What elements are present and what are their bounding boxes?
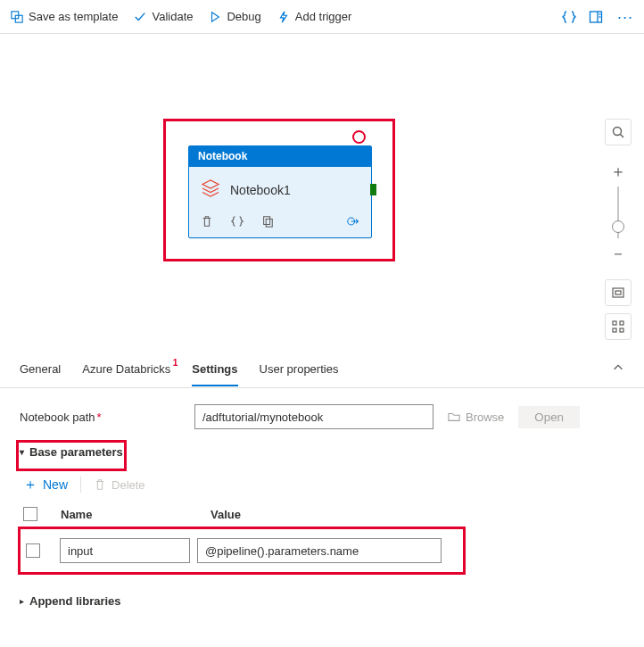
- fit-to-screen-button[interactable]: [605, 279, 632, 306]
- check-icon: [134, 11, 146, 23]
- zoom-in-button[interactable]: ＋: [605, 158, 632, 185]
- toolbar-right-icons: ···: [562, 9, 635, 25]
- notebook-path-input[interactable]: [194, 404, 433, 429]
- zoom-out-button[interactable]: －: [605, 240, 632, 267]
- collapse-triangle-icon: ▾: [20, 447, 24, 457]
- new-parameter-button[interactable]: ＋ New: [23, 477, 68, 492]
- param-name-input[interactable]: [60, 538, 190, 563]
- pipeline-canvas[interactable]: Notebook Notebook1: [0, 34, 644, 351]
- add-trigger-button[interactable]: Add trigger: [276, 6, 354, 27]
- validation-badge: 1: [173, 358, 178, 368]
- settings-panel: Notebook path* Browse Open ▾ Base parame…: [0, 388, 644, 608]
- plus-icon: ＋: [23, 477, 37, 492]
- canvas-zoom-controls: ＋ －: [605, 119, 632, 340]
- play-outline-icon: [209, 11, 221, 23]
- delete-parameter-button[interactable]: Delete: [94, 478, 145, 492]
- parameters-header-row: Name Value: [20, 502, 624, 527]
- svg-rect-6: [264, 217, 270, 225]
- save-as-template-button[interactable]: Save as template: [9, 6, 120, 27]
- svg-rect-7: [266, 219, 272, 227]
- tab-user-properties[interactable]: User properties: [260, 353, 339, 386]
- save-template-icon: [11, 11, 23, 23]
- tab-azure-databricks[interactable]: Azure Databricks 1: [82, 353, 170, 386]
- copy-icon[interactable]: [260, 214, 275, 228]
- save-as-template-label: Save as template: [29, 10, 118, 23]
- parameter-row: [22, 533, 458, 568]
- svg-rect-15: [613, 328, 616, 332]
- debug-button[interactable]: Debug: [207, 6, 262, 27]
- svg-rect-11: [613, 288, 623, 297]
- toolbar: Save as template Validate Debug Add trig…: [0, 0, 644, 34]
- auto-align-button[interactable]: [605, 313, 632, 340]
- search-canvas-button[interactable]: [605, 119, 632, 145]
- browse-button[interactable]: Browse: [448, 411, 504, 424]
- lightning-icon: [277, 11, 290, 23]
- collapse-panel-icon[interactable]: [612, 361, 624, 377]
- svg-rect-14: [620, 321, 623, 325]
- delete-icon[interactable]: [200, 214, 214, 228]
- svg-rect-12: [615, 291, 621, 294]
- activity-node-notebook[interactable]: Notebook Notebook1: [188, 145, 372, 238]
- notebook-path-label: Notebook path*: [20, 411, 180, 424]
- code-braces-icon[interactable]: [562, 10, 576, 24]
- properties-panel-icon[interactable]: [589, 10, 603, 24]
- expand-triangle-icon: ▸: [20, 596, 24, 606]
- col-name-header: Name: [61, 508, 203, 521]
- append-libraries-toggle[interactable]: ▸ Append libraries: [20, 594, 121, 608]
- base-parameters-toggle[interactable]: ▾ Base parameters: [20, 445, 123, 459]
- validate-button[interactable]: Validate: [132, 6, 194, 27]
- annotation-status-circle: [352, 130, 366, 144]
- debug-label: Debug: [227, 10, 260, 23]
- output-arrow-icon[interactable]: [346, 214, 360, 228]
- code-braces-icon[interactable]: [230, 214, 244, 228]
- svg-line-10: [621, 135, 624, 138]
- validate-label: Validate: [152, 10, 193, 23]
- output-handle[interactable]: [370, 184, 376, 195]
- more-icon[interactable]: ···: [615, 9, 635, 25]
- row-checkbox[interactable]: [26, 543, 40, 558]
- add-trigger-label: Add trigger: [295, 10, 352, 23]
- zoom-slider[interactable]: [617, 187, 619, 238]
- col-value-header: Value: [211, 508, 460, 521]
- select-all-checkbox[interactable]: [23, 507, 37, 521]
- zoom-slider-thumb[interactable]: [612, 220, 624, 233]
- svg-rect-13: [613, 321, 616, 325]
- param-value-input[interactable]: [197, 538, 442, 563]
- tab-settings[interactable]: Settings: [192, 353, 237, 386]
- divider: [80, 477, 81, 493]
- svg-point-9: [614, 128, 622, 136]
- databricks-icon: [200, 178, 221, 202]
- properties-tabstrip: General Azure Databricks 1 Settings User…: [0, 351, 644, 388]
- open-button[interactable]: Open: [518, 406, 580, 428]
- tab-general[interactable]: General: [20, 353, 61, 386]
- activity-node-name: Notebook1: [230, 183, 291, 197]
- svg-rect-16: [620, 328, 623, 332]
- activity-node-type: Notebook: [189, 146, 371, 167]
